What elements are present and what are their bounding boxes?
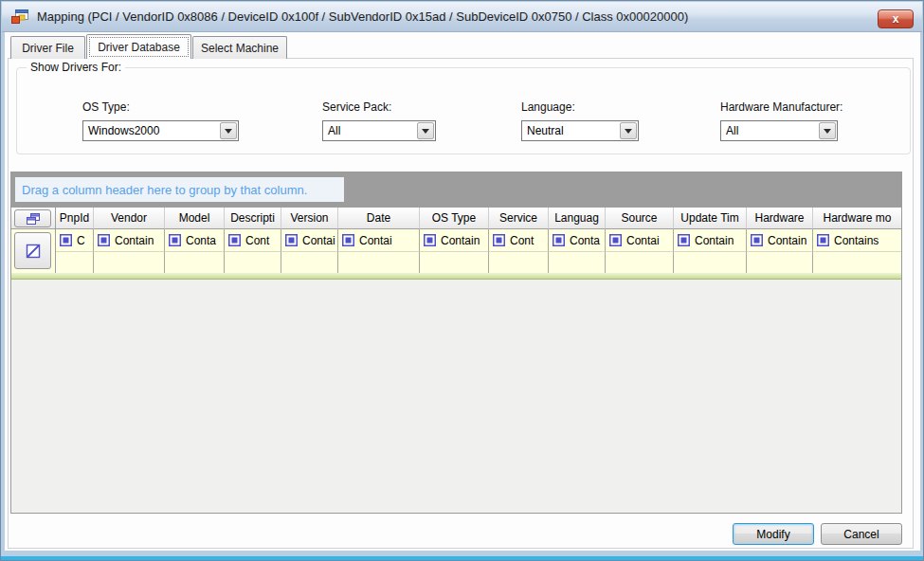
tab-driver-database[interactable]: Driver Database — [86, 34, 191, 59]
filter-operator-label: Contains — [834, 234, 879, 247]
hardware-manufacturer-dropdown-button[interactable] — [819, 122, 836, 139]
os-type-value: Windows2000 — [83, 124, 220, 137]
filter-operator-icon — [169, 234, 181, 246]
service-pack-combobox[interactable]: All — [322, 120, 436, 141]
column-header-pnpid[interactable]: PnpId — [56, 208, 94, 229]
filter-operator-cell-update-tim[interactable]: Contain — [674, 229, 747, 252]
filter-operator-cell-descripti[interactable]: Cont — [225, 229, 281, 252]
column-header-date[interactable]: Date — [338, 208, 420, 229]
filter-edit-icon — [25, 243, 42, 260]
customize-columns-icon — [26, 212, 41, 226]
column-header-vendor[interactable]: Vendor — [94, 208, 165, 229]
column-header-descripti[interactable]: Descripti — [225, 208, 281, 229]
tab-driver-file[interactable]: Driver File — [10, 36, 85, 59]
filter-operator-icon — [285, 234, 298, 246]
filter-operator-label: Cont — [245, 234, 269, 247]
filter-operator-label: C — [77, 234, 85, 247]
column-header-label: Source — [621, 211, 657, 225]
filter-operator-cell-source[interactable]: Contai — [606, 229, 674, 252]
language-combobox[interactable]: Neutral — [521, 120, 639, 141]
filter-operator-cell-pnpid[interactable]: C — [56, 229, 94, 252]
filter-input-cell-hardware[interactable] — [747, 252, 813, 273]
modify-button-label: Modify — [756, 528, 789, 541]
tab-label: Driver File — [11, 37, 84, 59]
filter-operator-cell-languag[interactable]: Conta — [549, 229, 606, 252]
column-header-hardware-mo[interactable]: Hardware mo — [813, 208, 901, 229]
edit-filter-button[interactable] — [14, 232, 51, 269]
filter-input-cell-hardware-mo[interactable] — [813, 252, 901, 273]
filter-operator-cell-hardware[interactable]: Contain — [747, 229, 813, 252]
grid-empty-body — [11, 280, 901, 513]
service-pack-dropdown-button[interactable] — [417, 122, 434, 139]
filter-operator-cell-os-type[interactable]: Contain — [420, 229, 489, 252]
show-drivers-groupbox: Show Drivers For: OS Type: Windows2000 S… — [16, 67, 911, 154]
os-type-dropdown-button[interactable] — [220, 122, 237, 139]
application-icon — [10, 9, 29, 25]
service-pack-value: All — [323, 124, 417, 137]
language-dropdown-button[interactable] — [620, 122, 637, 139]
filter-input-cell-date[interactable] — [338, 252, 420, 273]
grid-filter-operator-row: CContainContaContContaiContaiContainCont… — [11, 229, 901, 252]
filter-operator-label: Contain — [115, 234, 154, 247]
column-header-label: Languag — [554, 211, 599, 225]
grid-new-row-strip — [11, 273, 901, 280]
column-header-languag[interactable]: Languag — [549, 208, 606, 229]
filter-operator-label: Cont — [510, 234, 534, 247]
group-by-band[interactable]: Drag a column header here to group by th… — [11, 172, 901, 208]
filter-input-cell-model[interactable] — [165, 252, 225, 273]
driver-grid: Drag a column header here to group by th… — [10, 172, 902, 514]
filter-operator-icon — [678, 234, 690, 246]
filter-operator-cell-version[interactable]: Contai — [281, 229, 338, 252]
filter-operator-cell-hardware-mo[interactable]: Contains — [813, 229, 901, 252]
column-header-os-type[interactable]: OS Type — [420, 208, 489, 229]
filter-operator-icon — [424, 234, 436, 246]
filter-operator-label: Conta — [186, 234, 216, 247]
filter-input-cell-descripti[interactable] — [225, 252, 281, 273]
os-type-label: OS Type: — [82, 100, 130, 114]
filter-input-cell-update-tim[interactable] — [674, 252, 747, 273]
column-header-label: Model — [179, 211, 210, 225]
filter-operator-label: Contai — [626, 234, 660, 247]
window-bottom-edge — [1, 556, 923, 560]
column-header-label: Hardware mo — [823, 211, 891, 225]
os-type-combobox[interactable]: Windows2000 — [82, 120, 239, 141]
column-header-version[interactable]: Version — [281, 208, 338, 229]
tab-select-machine[interactable]: Select Machine — [192, 36, 287, 59]
grid-corner-cell — [11, 208, 56, 229]
filter-input-cell-source[interactable] — [606, 252, 674, 273]
filter-input-cell-version[interactable] — [281, 252, 338, 273]
hardware-manufacturer-combobox[interactable]: All — [720, 120, 838, 141]
column-header-label: Hardware — [754, 211, 804, 225]
filter-operator-icon — [228, 234, 241, 246]
filter-input-cell-os-type[interactable] — [420, 252, 489, 273]
filter-input-cell-pnpid[interactable] — [56, 252, 94, 273]
cancel-button[interactable]: Cancel — [821, 523, 902, 545]
chevron-down-icon — [225, 129, 232, 134]
language-label: Language: — [521, 100, 575, 114]
tab-label: Select Machine — [193, 37, 286, 59]
filter-operator-cell-vendor[interactable]: Contain — [94, 229, 165, 252]
filter-input-cell-service[interactable] — [489, 252, 549, 273]
cancel-button-label: Cancel — [843, 528, 879, 541]
filter-operator-icon — [817, 234, 829, 246]
modify-button[interactable]: Modify — [733, 523, 814, 545]
filter-operator-cell-service[interactable]: Cont — [489, 229, 549, 252]
chevron-down-icon — [625, 129, 632, 134]
close-button[interactable]: x — [878, 9, 914, 28]
column-header-hardware[interactable]: Hardware — [747, 208, 813, 229]
filter-operator-label: Contain — [441, 234, 480, 247]
group-by-hint: Drag a column header here to group by th… — [15, 177, 344, 202]
grid-header-row: PnpIdVendorModelDescriptiVersionDateOS T… — [11, 208, 901, 229]
customize-columns-button[interactable] — [14, 209, 51, 227]
filter-operator-label: Contain — [768, 234, 806, 247]
title-bar[interactable]: Mapping (PCI / VendorID 0x8086 / DeviceI… — [2, 2, 922, 32]
filter-input-cell-vendor[interactable] — [94, 252, 165, 273]
filter-operator-cell-model[interactable]: Conta — [165, 229, 225, 252]
column-header-source[interactable]: Source — [606, 208, 674, 229]
column-header-model[interactable]: Model — [165, 208, 225, 229]
column-header-label: Update Tim — [680, 211, 738, 225]
column-header-service[interactable]: Service — [489, 208, 549, 229]
filter-operator-cell-date[interactable]: Contai — [338, 229, 420, 252]
column-header-update-tim[interactable]: Update Tim — [674, 208, 747, 229]
filter-input-cell-languag[interactable] — [549, 252, 606, 273]
